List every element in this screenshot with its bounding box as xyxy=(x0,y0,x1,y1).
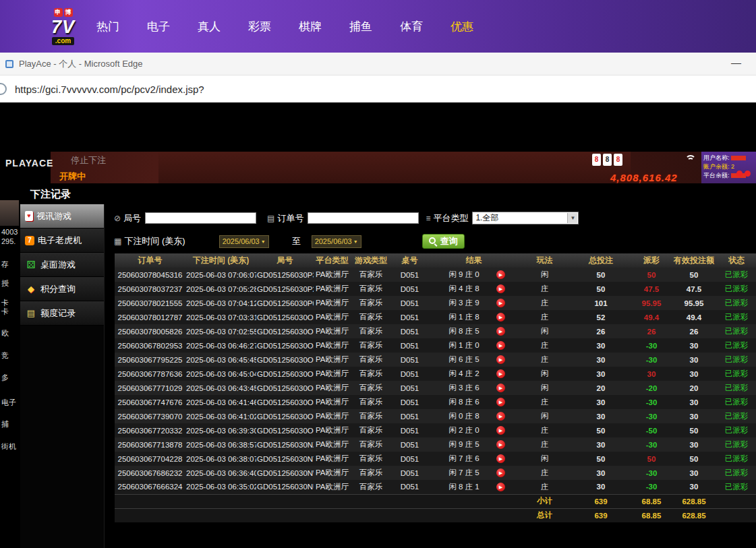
menu-item-credit-records[interactable]: 额度记录 xyxy=(20,301,104,326)
table-cell: D051 xyxy=(391,423,428,437)
replay-button[interactable]: ▶ xyxy=(496,355,505,364)
time-cell: 2025-06-03 07:05:28 xyxy=(185,282,256,296)
replay-button[interactable]: ▶ xyxy=(496,468,505,477)
round-cell: GD051256030NW xyxy=(256,466,314,480)
total-bet-cell: 20 xyxy=(570,381,632,395)
nav-item-lottery[interactable]: 彩票 xyxy=(248,19,271,34)
payout-cell: -30 xyxy=(632,353,671,367)
status-cell: 已派彩 xyxy=(717,367,756,381)
video-games-label: 视讯游戏 xyxy=(36,210,71,222)
game-cell: 百家乐 xyxy=(351,409,391,423)
payout-cell: 26 xyxy=(632,324,671,338)
menu-item-video-games[interactable]: 视讯游戏 xyxy=(20,204,104,229)
round-input[interactable] xyxy=(145,212,256,224)
replay-button[interactable]: ▶ xyxy=(496,299,505,307)
date-to-picker[interactable]: 2025/06/03 ▼ xyxy=(312,235,361,248)
logo-badge-left: 申 xyxy=(54,8,63,17)
minimize-button[interactable]: — xyxy=(731,57,741,68)
result-cell: 闲 9 庄 5▶ xyxy=(428,437,519,452)
search-button[interactable]: 查询 xyxy=(422,234,465,249)
valid-bet-cell: 30 xyxy=(671,338,717,353)
payout-cell: -20 xyxy=(632,381,671,395)
result-cell: 闲 6 庄 5▶ xyxy=(428,353,519,367)
user-name-label: 用户名称: xyxy=(703,154,730,162)
nav-item-chess[interactable]: 棋牌 xyxy=(299,19,322,34)
left-fragment: 街机 xyxy=(1,442,16,452)
table-cell: D051 xyxy=(391,466,428,480)
platform-cell: PA欧洲厅 xyxy=(314,338,351,353)
summary-payout: 68.85 xyxy=(632,508,671,522)
replay-button[interactable]: ▶ xyxy=(496,483,505,491)
replay-button[interactable]: ▶ xyxy=(496,426,505,435)
table-cell: D051 xyxy=(391,395,428,409)
url-text[interactable]: https://gci.7vvvvvv.com/pc/pcv2/index.js… xyxy=(15,84,204,95)
site-logo[interactable]: 申 博 7V .com xyxy=(51,8,75,45)
nav-item-fishing[interactable]: 捕鱼 xyxy=(349,19,372,34)
replay-button[interactable]: ▶ xyxy=(496,284,505,293)
order-input[interactable] xyxy=(308,212,419,224)
game-cell: 百家乐 xyxy=(351,466,391,480)
result-text: 闲 9 庄 0 xyxy=(442,270,486,280)
replay-button[interactable]: ▶ xyxy=(496,440,505,449)
replay-button[interactable]: ▶ xyxy=(496,454,505,463)
valid-bet-cell: 30 xyxy=(671,353,717,367)
order-cell: 250603067704228 xyxy=(115,452,185,466)
platform-type-icon: ≡ xyxy=(426,214,430,223)
total-bet-cell: 30 xyxy=(570,437,632,452)
result-text: 闲 9 庄 5 xyxy=(442,439,486,450)
replay-button[interactable]: ▶ xyxy=(496,341,505,350)
main-nav: 热门电子真人彩票棋牌捕鱼体育优惠 xyxy=(96,19,473,34)
calendar-icon: ▦ xyxy=(114,237,121,246)
table-cell: D051 xyxy=(391,324,428,338)
stop-betting-label: 停止下注 xyxy=(71,154,106,166)
replay-button[interactable]: ▶ xyxy=(496,398,505,406)
platform-cell: PA欧洲厅 xyxy=(314,480,351,494)
reload-icon[interactable] xyxy=(0,83,7,95)
screen: 申 博 7V .com 热门电子真人彩票棋牌捕鱼体育优惠 PlayAce - 个… xyxy=(0,0,756,548)
replay-button[interactable]: ▶ xyxy=(496,270,505,279)
round-label: 局号 xyxy=(123,212,141,224)
time-cell: 2025-06-03 06:41:46 xyxy=(185,395,256,409)
nav-item-live[interactable]: 真人 xyxy=(198,19,221,34)
replay-button[interactable]: ▶ xyxy=(496,327,505,336)
nav-item-hot[interactable]: 热门 xyxy=(96,19,119,34)
table-row: 2506030676862322025-06-03 06:36:40GD0512… xyxy=(115,466,756,480)
status-cell: 已派彩 xyxy=(717,437,756,452)
result-text: 闲 1 庄 8 xyxy=(442,312,486,322)
order-cell: 250603078037237 xyxy=(115,282,185,296)
result-text: 闲 8 庄 1 xyxy=(442,482,486,492)
background-banner: PLAYACE 停止下注 开牌中 888 4,808,616.42 用户名称: … xyxy=(0,152,756,183)
platform-cell: PA欧洲厅 xyxy=(314,324,351,338)
game-cell: 百家乐 xyxy=(351,381,391,395)
summary-label: 总计 xyxy=(519,508,570,522)
play-cell: 闲 xyxy=(519,409,570,423)
play-cell: 庄 xyxy=(519,282,570,296)
result-cell: 闲 7 庄 5▶ xyxy=(428,466,519,480)
replay-button[interactable]: ▶ xyxy=(496,384,505,392)
left-fragment: 授 xyxy=(1,278,9,288)
play-cell: 庄 xyxy=(519,423,570,437)
menu-item-points-query[interactable]: 积分查询 xyxy=(20,277,104,301)
order-cell: 250603067739070 xyxy=(115,409,185,423)
menu-item-slot-machines[interactable]: 电子老虎机 xyxy=(20,229,104,253)
dice-icon xyxy=(25,259,37,271)
nav-item-slots[interactable]: 电子 xyxy=(147,19,170,34)
records-tbody: 2506030780453162025-06-03 07:06:07GD0512… xyxy=(115,268,756,522)
round-cell: GD051256030P2 xyxy=(256,282,314,296)
replay-button[interactable]: ▶ xyxy=(496,369,505,378)
nav-item-sports[interactable]: 体育 xyxy=(400,19,423,34)
playing-card: 8 xyxy=(614,154,622,166)
game-cell: 百家乐 xyxy=(351,423,391,437)
bet-time-label: 下注时间 (美东) xyxy=(124,235,185,247)
valid-bet-cell: 30 xyxy=(671,466,717,480)
table-row: 2506030677710292025-06-03 06:43:45GD0512… xyxy=(115,381,756,395)
nav-item-promo[interactable]: 优惠 xyxy=(450,19,473,34)
replay-button[interactable]: ▶ xyxy=(496,412,505,421)
replay-button[interactable]: ▶ xyxy=(496,313,505,322)
payout-cell: 49.4 xyxy=(632,310,671,324)
date-from-picker[interactable]: 2025/06/03 ▼ xyxy=(219,235,269,248)
logo-badge-right: 博 xyxy=(64,8,73,17)
menu-item-table-games[interactable]: 桌面游戏 xyxy=(20,253,104,277)
game-cell: 百家乐 xyxy=(351,437,391,452)
platform-type-select[interactable]: 1.全部 ▼ xyxy=(472,212,579,224)
